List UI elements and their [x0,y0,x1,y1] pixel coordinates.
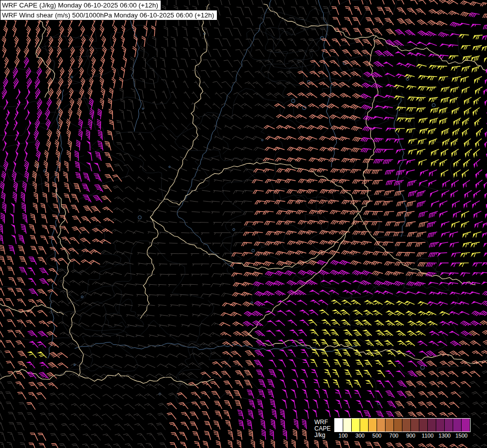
cape-colorbar-ticks: 100300500700900110013001500 [334,432,471,439]
legend-label: WRF CAPE J/kg [314,419,331,439]
cape-tick-label: 700 [390,433,398,439]
cape-color-step [411,419,419,432]
title-wind-shear: WRF Wind shear (m/s) 500/1000hPa Monday … [0,10,217,20]
cape-color-step [343,419,352,432]
cape-legend: WRF CAPE J/kg 10030050070090011001300150… [312,417,473,440]
cape-color-step [386,419,394,432]
cape-color-step [335,419,343,432]
cape-color-step [436,419,445,432]
cape-tick-label: 500 [373,433,382,439]
cape-color-step [419,419,428,432]
cape-color-step [360,419,369,432]
cape-color-step [428,419,436,432]
title-block: WRF CAPE (J/kg) Monday 06-10-2025 06:00 … [0,0,217,20]
cape-tick-label: 300 [356,433,365,439]
legend-label-line: J/kg [314,432,331,439]
cape-color-step [445,419,453,432]
cape-color-step [394,419,402,432]
cape-color-step [352,419,360,432]
cape-tick-label: 1100 [422,433,434,439]
cape-tick-label: 900 [406,433,415,439]
cape-color-step [377,419,386,432]
legend-label-line: WRF [314,419,331,426]
cape-color-step [402,419,411,432]
legend-label-line: CAPE [314,426,331,432]
cape-tick-label: 100 [339,433,348,439]
cape-tick-label: 1300 [438,433,450,439]
cape-colorbar [334,418,471,432]
cape-color-step [453,419,462,432]
cape-color-step [462,419,470,432]
weather-map: WRF CAPE (J/kg) Monday 06-10-2025 06:00 … [0,0,487,448]
cape-color-step [369,419,377,432]
legend-colorbar-block: 100300500700900110013001500 [334,418,471,439]
map-canvas [0,0,487,448]
cape-tick-label: 1500 [455,433,467,439]
title-cape: WRF CAPE (J/kg) Monday 06-10-2025 06:00 … [0,0,161,10]
